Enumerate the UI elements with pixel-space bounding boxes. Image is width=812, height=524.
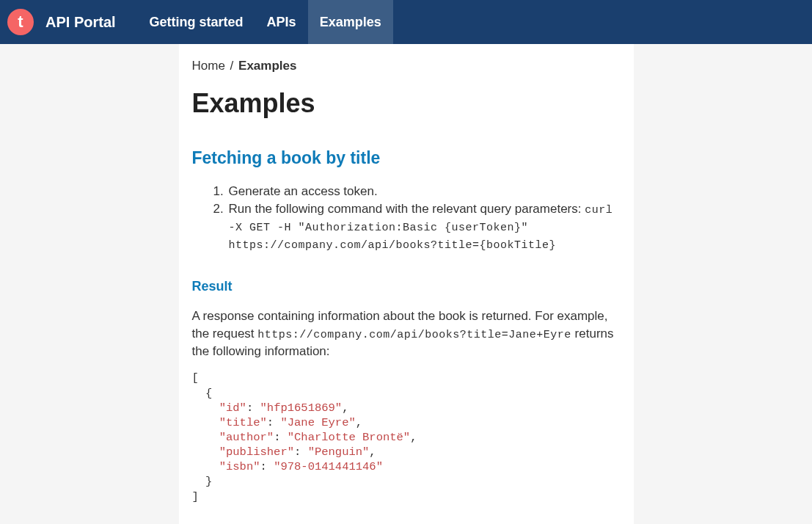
- logo-icon[interactable]: t: [7, 9, 34, 35]
- json-colon1: :: [246, 401, 260, 415]
- json-close-brace: }: [192, 475, 213, 488]
- json-val-publisher: "Penguin": [308, 445, 370, 459]
- step-2-text: Run the following command with the relev…: [229, 202, 585, 216]
- json-key-publisher: "publisher": [192, 445, 295, 459]
- steps-list: Generate an access token. Run the follow…: [192, 183, 621, 253]
- json-val-title: "Jane Eyre": [280, 416, 355, 429]
- result-desc-code: https://company.com/api/books?title=Jane…: [257, 329, 571, 341]
- breadcrumb-home[interactable]: Home: [192, 59, 225, 73]
- json-colon3: :: [274, 431, 288, 444]
- json-key-title: "title": [192, 416, 267, 429]
- step-1-text: Generate an access token.: [229, 184, 378, 198]
- json-val-author: "Charlotte Brontë": [288, 431, 410, 444]
- json-comma4: ,: [369, 445, 376, 459]
- result-description: A response containing information about …: [192, 308, 621, 360]
- brand-title[interactable]: API Portal: [45, 14, 116, 31]
- nav-examples[interactable]: Examples: [308, 0, 393, 44]
- json-close-bracket: ]: [192, 490, 199, 503]
- step-2: Run the following command with the relev…: [227, 200, 621, 253]
- section-heading-fetch: Fetching a book by title: [192, 148, 621, 168]
- json-comma2: ,: [356, 416, 362, 429]
- breadcrumb-separator: /: [230, 59, 234, 73]
- json-key-id: "id": [192, 401, 246, 415]
- json-colon5: :: [260, 460, 274, 473]
- content-area: Home / Examples Examples Fetching a book…: [179, 44, 634, 524]
- json-val-id: "hfp1651869": [260, 401, 343, 415]
- json-val-isbn: "978-0141441146": [274, 460, 383, 473]
- page-title: Examples: [192, 88, 621, 119]
- json-colon2: :: [267, 416, 281, 429]
- json-response-block: [ { "id": "hfp1651869", "title": "Jane E…: [192, 371, 621, 503]
- json-key-author: "author": [192, 431, 274, 444]
- breadcrumb: Home / Examples: [192, 59, 621, 73]
- nav-getting-started[interactable]: Getting started: [138, 0, 255, 44]
- breadcrumb-current: Examples: [238, 59, 296, 73]
- step-1: Generate an access token.: [227, 183, 621, 200]
- json-open-bracket: [: [192, 371, 199, 385]
- result-heading: Result: [192, 279, 621, 294]
- nav-apis[interactable]: APIs: [255, 0, 308, 44]
- json-comma1: ,: [342, 401, 348, 415]
- logo-letter: t: [18, 12, 23, 32]
- json-open-brace: {: [192, 387, 213, 400]
- json-comma3: ,: [410, 431, 417, 444]
- json-colon4: :: [294, 445, 308, 459]
- header-nav: t API Portal Getting started APIs Exampl…: [0, 0, 812, 44]
- json-key-isbn: "isbn": [192, 460, 260, 473]
